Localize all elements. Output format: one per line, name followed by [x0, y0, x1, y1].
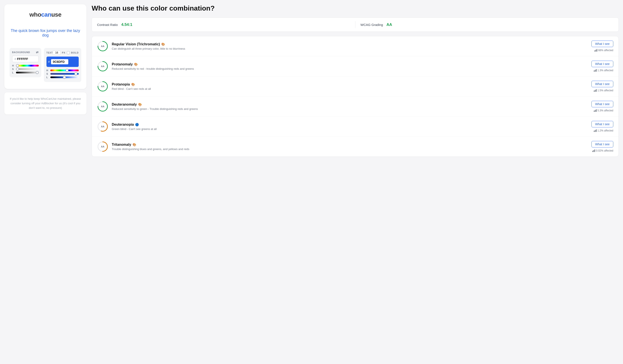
vision-desc-tritanomaly: Trouble distinguishing blues and greens,… [112, 147, 588, 151]
text-h-track[interactable] [50, 70, 79, 71]
bar-chart-icon-protanopia [594, 89, 597, 92]
vision-name-protanopia: Protanopia 🎨 [112, 82, 588, 86]
what-i-see-btn-deuteranopia[interactable]: What I see [591, 121, 613, 127]
stats-bar: Contrast Ratio 4.54:1 WCAG Grading AA [92, 18, 619, 32]
vision-desc-protanopia: Red blind - Can't see reds at all [112, 87, 588, 90]
text-l-label: L [46, 76, 49, 79]
bg-l-thumb[interactable] [36, 71, 39, 74]
affected-stat-regular: 68% affected [595, 49, 613, 52]
bg-h-label: H [12, 64, 15, 67]
aa-text-tritanomaly: AA [101, 145, 104, 148]
vision-name-protanomaly: Protanomaly 🎨 [112, 62, 588, 66]
aa-badge-tritanomaly: AA [97, 141, 108, 152]
text-l-track[interactable] [50, 76, 79, 78]
vision-right-deuteranomaly: What I see 5.3% affected [591, 101, 613, 112]
bg-l-track[interactable] [16, 72, 39, 73]
text-label: TEXT PX BOLD [46, 51, 79, 55]
text-l-slider-row: L [46, 76, 79, 79]
bg-l-label: L [12, 71, 15, 74]
text-s-thumb[interactable] [74, 72, 77, 75]
background-hex-wrapper: # [12, 56, 39, 62]
bold-checkbox[interactable] [67, 51, 70, 54]
affected-value-protanopia: 1.5% affected [598, 89, 613, 92]
what-i-see-btn-protanopia[interactable]: What I see [591, 81, 613, 87]
vision-name-text-tritanomaly: Tritanomaly [112, 143, 131, 147]
affected-stat-protanopia: 1.5% affected [594, 89, 613, 92]
vision-row-deuteranomaly: AA Deuteranomaly 🎨 Reduced sensitivity t… [92, 97, 619, 117]
text-h-thumb[interactable] [66, 69, 68, 72]
aa-badge-protanomaly: AA [97, 61, 108, 72]
vision-emoji-regular: 🎨 [161, 42, 165, 46]
text-s-label: S [46, 73, 49, 75]
text-control: TEXT PX BOLD # H [44, 48, 81, 82]
vision-row-protanopia: AA Protanopia 🎨 Red blind - Can't see re… [92, 76, 619, 97]
bar-chart-icon-tritanomaly [592, 149, 595, 152]
right-panel: Who can use this color combination? Cont… [92, 4, 619, 360]
affected-stat-deuteranomaly: 5.3% affected [594, 109, 613, 112]
vision-emoji-deuteranopia: 🔵 [135, 123, 139, 126]
bg-s-thumb[interactable] [16, 68, 19, 71]
wcag-value: AA [386, 22, 392, 27]
text-s-slider-row: S [46, 73, 79, 75]
vision-info-regular: Regular Vision (Trichromatic) 🎨 Can dist… [112, 42, 588, 50]
aa-text-protanomaly: AA [101, 65, 104, 68]
vision-name-tritanomaly: Tritanomaly 🎨 [112, 143, 588, 147]
what-i-see-btn-regular[interactable]: What I see [591, 40, 613, 47]
vision-name-deuteranopia: Deuteranopia 🔵 [112, 123, 588, 126]
bg-s-track[interactable] [16, 68, 39, 70]
vision-right-protanopia: What I see 1.5% affected [591, 81, 613, 92]
vision-name-text-protanomaly: Protanomaly [112, 62, 133, 66]
what-i-see-btn-tritanomaly[interactable]: What I see [591, 141, 613, 147]
bg-hash: # [15, 57, 16, 61]
aa-badge-deuteranopia: AA [97, 121, 108, 132]
vision-desc-regular: Can distinguish all three primary color,… [112, 47, 588, 50]
logo-can: can [41, 11, 51, 18]
affected-value-deuteranomaly: 5.3% affected [598, 109, 613, 112]
bg-h-thumb[interactable] [16, 64, 19, 67]
swap-icon[interactable]: ⇄ [36, 51, 39, 54]
vision-info-protanopia: Protanopia 🎨 Red blind - Can't see reds … [112, 82, 588, 90]
vision-info-deuteranopia: Deuteranopia 🔵 Green blind - Can't see g… [112, 123, 588, 131]
vision-row-tritanomaly: AA Tritanomaly 🎨 Trouble distinguishing … [92, 137, 619, 157]
affected-stat-protanomaly: 1.3% affected [594, 69, 613, 72]
bg-h-slider-row: H [12, 64, 39, 67]
aa-text-protanopia: AA [101, 85, 104, 88]
affected-value-regular: 68% affected [598, 49, 613, 52]
left-panel: whocanuse The quick brown fox jumps over… [4, 4, 87, 360]
font-size-input[interactable] [53, 51, 61, 55]
text-h-slider-row: H [46, 69, 79, 72]
vision-name-deuteranomaly: Deuteranomaly 🎨 [112, 102, 588, 106]
vision-info-deuteranomaly: Deuteranomaly 🎨 Reduced sensitivity to g… [112, 102, 588, 111]
vision-row-deuteranopia: AA Deuteranopia 🔵 Green blind - Can't se… [92, 117, 619, 137]
vision-desc-deuteranopia: Green blind - Can't see greens at all [112, 127, 588, 131]
background-hex-input[interactable] [17, 57, 34, 61]
bar-chart-icon-deuteranopia [594, 129, 597, 132]
text-hex-input[interactable] [51, 59, 68, 64]
px-label: PX [62, 51, 66, 54]
preview-text: The quick brown fox jumps over the lazy … [9, 28, 81, 38]
bg-h-track[interactable] [16, 65, 39, 66]
text-s-track[interactable] [50, 73, 79, 75]
ad-notice: If you'd like to help keep WhoCanUse mai… [4, 92, 87, 114]
affected-value-protanomaly: 1.3% affected [598, 69, 613, 72]
stats-divider [355, 21, 356, 28]
logo-use: use [51, 11, 61, 18]
contrast-value: 4.54:1 [121, 22, 132, 27]
logo-who: who [29, 11, 41, 18]
vision-emoji-protanopia: 🎨 [131, 83, 135, 86]
vision-info-tritanomaly: Tritanomaly 🎨 Trouble distinguishing blu… [112, 143, 588, 151]
contrast-ratio-item: Contrast Ratio 4.54:1 [97, 22, 350, 27]
aa-text-regular: AA [101, 45, 104, 47]
what-i-see-btn-deuteranomaly[interactable]: What I see [591, 101, 613, 107]
color-tool-card: whocanuse The quick brown fox jumps over… [4, 4, 87, 89]
color-controls: BACKGROUND ⇄ # H S [9, 48, 81, 82]
aa-badge-deuteranomaly: AA [97, 101, 108, 112]
text-l-thumb[interactable] [63, 76, 66, 79]
vision-emoji-protanomaly: 🎨 [134, 63, 138, 66]
vision-name-text-deuteranomaly: Deuteranomaly [112, 102, 137, 106]
vision-name-text-protanopia: Protanopia [112, 82, 130, 86]
what-i-see-btn-protanomaly[interactable]: What I see [591, 61, 613, 67]
aa-badge-protanopia: AA [97, 81, 108, 92]
bg-s-label: S [12, 68, 15, 70]
background-control: BACKGROUND ⇄ # H S [9, 48, 41, 77]
